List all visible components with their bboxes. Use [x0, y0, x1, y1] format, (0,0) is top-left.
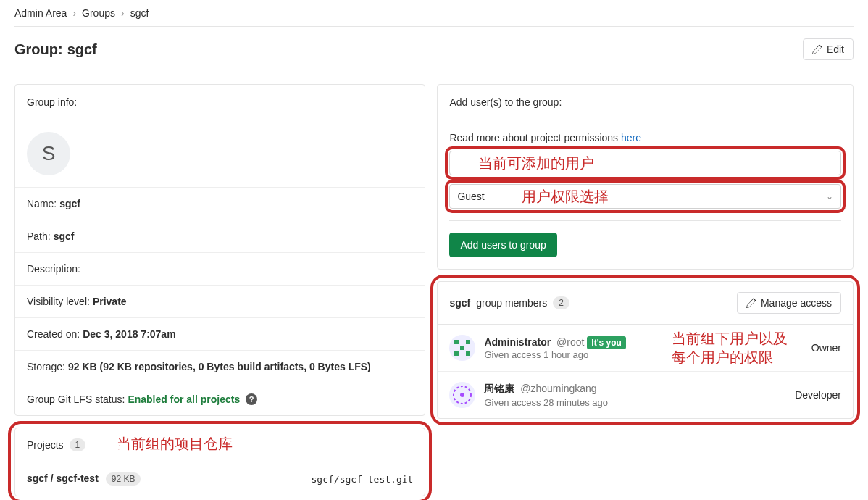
projects-panel: Projects 1 当前组的项目仓库 sgcf / sgcf-test 92 … [14, 428, 425, 496]
svg-rect-0 [454, 340, 459, 344]
member-row: Administrator @root It's you Given acces… [438, 325, 853, 371]
avatar [449, 382, 475, 408]
projects-count-badge: 1 [70, 438, 86, 451]
projects-header: Projects 1 当前组的项目仓库 [15, 428, 425, 462]
created-value: Dec 3, 2018 7:07am [83, 328, 175, 340]
avatar [449, 335, 475, 361]
role-select-value: Guest [457, 191, 484, 202]
divider [449, 220, 841, 221]
member-row: 周铭康 @zhoumingkang Given access 28 minute… [438, 371, 853, 418]
breadcrumb: Admin Area › Groups › sgcf [14, 0, 854, 26]
member-role: Owner [811, 342, 841, 354]
divider [14, 26, 854, 27]
breadcrumb-current[interactable]: sgcf [130, 7, 149, 19]
members-group-name: sgcf [449, 297, 470, 309]
permissions-text: Read more about project permissions here [449, 132, 841, 143]
project-row[interactable]: sgcf / sgcf-test 92 KB sgcf/sgcf-test.gi… [15, 462, 425, 496]
permissions-link[interactable]: here [621, 132, 641, 143]
svg-point-6 [460, 393, 464, 397]
its-you-badge: It's you [587, 336, 626, 349]
path-label: Path: [27, 230, 51, 242]
pencil-icon [746, 298, 756, 308]
members-title-suffix: group members [476, 297, 547, 309]
edit-button[interactable]: Edit [803, 38, 854, 60]
group-info-header: Group info: [15, 85, 425, 120]
member-given-access: Given access 28 minutes ago [484, 397, 786, 408]
project-git-path: sgcf/sgcf-test.git [312, 474, 414, 485]
created-label: Created on: [27, 328, 80, 340]
identicon-icon [451, 337, 473, 359]
members-header: sgcf group members 2 Manage access [438, 282, 853, 325]
lfs-label: Group Git LFS status: [27, 393, 125, 405]
group-avatar: S [27, 132, 70, 175]
description-label: Description: [27, 263, 80, 275]
group-info-panel: Group info: S Name: sgcf Path: sgcf Desc… [14, 84, 425, 416]
permissions-text-label: Read more about project permissions [449, 132, 621, 143]
add-users-button-label: Add users to group [460, 239, 546, 251]
page-title-group: sgcf [67, 41, 97, 58]
path-value: sgcf [54, 230, 75, 242]
manage-access-label: Manage access [761, 297, 832, 309]
chevron-right-icon: › [121, 7, 125, 19]
projects-header-label: Projects [27, 439, 64, 451]
chevron-down-icon: ⌄ [826, 191, 833, 201]
project-size-badge: 92 KB [106, 472, 141, 486]
user-search-input[interactable] [449, 151, 841, 175]
member-name[interactable]: Administrator [484, 336, 551, 348]
lfs-value-link[interactable]: Enabled for all projects [128, 393, 240, 405]
svg-rect-2 [460, 346, 464, 350]
page-title: Group: sgcf [14, 41, 97, 58]
svg-rect-3 [454, 351, 459, 356]
name-label: Name: [27, 198, 57, 209]
role-select[interactable]: Guest ⌄ [449, 184, 841, 209]
member-given-access: Given access 1 hour ago [484, 349, 802, 360]
annotation-projects: 当前组的项目仓库 [117, 434, 233, 454]
name-value: sgcf [59, 198, 80, 209]
page-header: Group: sgcf Edit [14, 38, 854, 60]
members-panel: sgcf group members 2 Manage access Admin… [437, 281, 854, 419]
visibility-value: Private [93, 296, 127, 307]
add-users-header: Add user(s) to the group: [438, 85, 853, 120]
member-role: Developer [795, 389, 841, 401]
manage-access-button[interactable]: Manage access [737, 292, 841, 314]
breadcrumb-groups[interactable]: Groups [82, 7, 115, 19]
page-title-prefix: Group: [14, 41, 63, 58]
divider [14, 72, 854, 72]
member-name[interactable]: 周铭康 [484, 383, 514, 394]
svg-rect-1 [466, 340, 470, 344]
members-count-badge: 2 [553, 296, 569, 309]
chevron-right-icon: › [72, 7, 76, 19]
pencil-icon [812, 44, 822, 54]
question-icon[interactable]: ? [246, 393, 257, 405]
visibility-label: Visibility level: [27, 296, 90, 307]
identicon-icon [451, 384, 473, 406]
storage-value: 92 KB (92 KB repositories, 0 Bytes build… [68, 361, 371, 372]
add-users-panel: Add user(s) to the group: Read more abou… [437, 84, 854, 270]
project-path: sgcf / sgcf-test [27, 472, 99, 484]
add-users-button[interactable]: Add users to group [449, 233, 556, 257]
breadcrumb-admin[interactable]: Admin Area [14, 7, 67, 19]
member-handle: @zhoumingkang [520, 383, 596, 394]
member-handle: @root [556, 336, 584, 348]
storage-label: Storage: [27, 361, 65, 372]
svg-rect-4 [466, 351, 470, 356]
edit-button-label: Edit [827, 43, 844, 55]
